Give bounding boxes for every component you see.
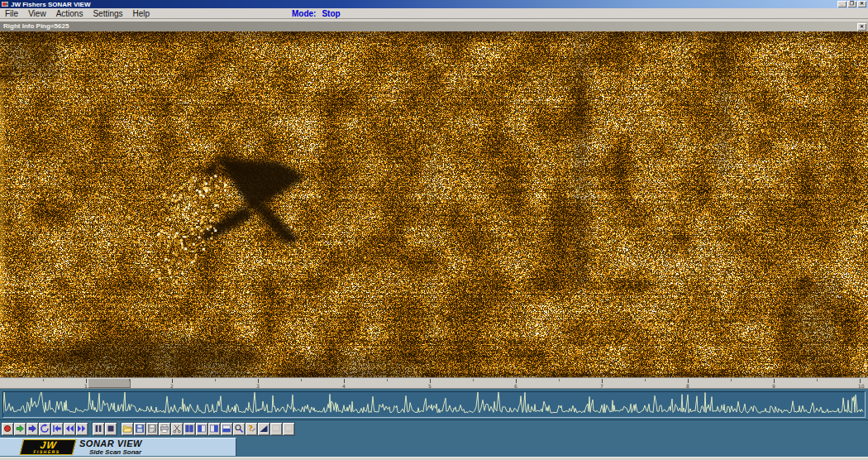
window-title: JW Fishers SONAR VIEW (11, 1, 837, 8)
jw-fishers-logo: JW FISHERS (20, 439, 77, 455)
ruler-label: 2 (170, 383, 174, 389)
maximize-button[interactable]: ❐ (847, 1, 856, 7)
mode-value: Stop (322, 9, 340, 18)
open-folder-icon (122, 424, 132, 434)
window-controls: _ ❐ ✕ (837, 1, 866, 7)
product-subtitle: Side Scan Sonar (89, 448, 142, 456)
logo-fishers-text: FISHERS (33, 450, 60, 454)
sonar-image[interactable] (0, 31, 868, 377)
play-button[interactable] (26, 423, 38, 435)
position-ruler[interactable]: 12345678910 (0, 377, 868, 389)
ruler-tick-minor (645, 379, 646, 381)
zoom-button[interactable] (233, 423, 245, 435)
extra-button-1[interactable] (270, 423, 282, 435)
sonar-window-close-button[interactable]: ✕ (857, 23, 866, 31)
step-back-button[interactable] (51, 423, 63, 435)
printer-icon (160, 424, 169, 434)
ruler-label: 5 (428, 383, 432, 389)
stop-button[interactable] (105, 423, 117, 435)
ruler-tick-minor (559, 379, 560, 381)
help-icon: ? (246, 424, 256, 434)
pause-button[interactable] (93, 423, 104, 435)
ruler-tick-minor (301, 379, 302, 381)
signal-trace (2, 391, 866, 418)
menu-item-actions[interactable]: Actions (51, 9, 88, 18)
ruler-tick-minor (731, 379, 732, 381)
ruler-thumb[interactable] (88, 378, 131, 388)
save-as-button[interactable] (146, 423, 158, 435)
scissors-icon (172, 424, 182, 434)
left-channel-button[interactable] (196, 423, 207, 435)
cut-button[interactable] (171, 423, 183, 435)
ruler-label: 3 (256, 383, 260, 389)
open-file-button[interactable] (122, 423, 133, 435)
bottom-pane-button[interactable] (221, 423, 232, 435)
signal-strip (0, 389, 868, 419)
blank-icon (284, 424, 293, 434)
loop-icon (40, 424, 50, 434)
pane-left-icon (197, 424, 207, 434)
menu-item-help[interactable]: Help (128, 9, 155, 18)
menu-item-view[interactable]: View (23, 9, 51, 18)
svg-text:?: ? (248, 424, 253, 433)
arrow-left-bar-icon (52, 424, 62, 434)
title-bar: JW Fishers SONAR VIEW _ ❐ ✕ (0, 0, 868, 8)
ruler-label: 8 (686, 383, 689, 389)
ruler-label: 6 (514, 383, 517, 389)
ruler-tick-minor (215, 379, 216, 381)
app-icon (2, 1, 8, 7)
signal-icon (259, 424, 269, 434)
pause-icon (93, 424, 103, 434)
mode-indicator: Mode: Stop (292, 8, 341, 19)
double-arrow-right-icon (77, 424, 87, 434)
extra-button-2[interactable] (283, 423, 294, 435)
window-border (0, 457, 868, 460)
magnifier-icon (234, 424, 244, 434)
ruler-label: 7 (600, 383, 603, 389)
print-button[interactable] (159, 423, 170, 435)
ruler-tick-minor (817, 379, 818, 381)
logo-panel: JW FISHERS SONAR VIEW Side Scan Sonar (0, 438, 236, 456)
logo-wordmark: SONAR VIEW Side Scan Sonar (79, 439, 142, 456)
menu-item-file[interactable]: File (0, 9, 23, 18)
mark-button[interactable] (14, 423, 26, 435)
minimize-button[interactable]: _ (837, 1, 847, 7)
pane-right-icon (209, 424, 219, 434)
record-icon (2, 424, 12, 434)
menu-item-settings[interactable]: Settings (88, 9, 127, 18)
ruler-tick-minor (473, 379, 474, 381)
mode-label: Mode: (292, 9, 316, 18)
save-button[interactable] (134, 423, 145, 435)
ruler-label: 9 (772, 383, 775, 389)
ruler-label: 4 (342, 383, 346, 389)
floppy-icon (135, 424, 145, 434)
ruler-label: 1 (84, 383, 88, 389)
fast-forward-button[interactable] (76, 423, 88, 435)
rewind-button[interactable] (64, 423, 75, 435)
stop-icon (106, 424, 116, 434)
close-button[interactable]: ✕ (857, 1, 866, 7)
replay-button[interactable] (39, 423, 50, 435)
arrow-right-icon (27, 424, 37, 434)
app-window: JW Fishers SONAR VIEW _ ❐ ✕ FileViewActi… (0, 0, 868, 460)
blank-icon (271, 424, 281, 434)
right-channel-button[interactable] (208, 423, 220, 435)
record-button[interactable] (2, 423, 13, 435)
sonar-window-caption[interactable]: Right Info Ping=5625 ✕ (0, 22, 868, 31)
menu-items: FileViewActionsSettingsHelp (0, 9, 155, 18)
signal-display-button[interactable] (258, 423, 269, 435)
toolbar: ? (0, 419, 868, 437)
floppy-gray-icon (147, 424, 157, 434)
pane-bottom-icon (222, 424, 231, 434)
ruler-tick-minor (129, 379, 130, 381)
product-name: SONAR VIEW (79, 439, 142, 448)
green-arrow-icon (15, 424, 25, 434)
logo-jw-text: JW (40, 441, 58, 450)
split-view-button[interactable] (184, 423, 195, 435)
help-button[interactable]: ? (246, 423, 257, 435)
menu-bar: FileViewActionsSettingsHelp Mode: Stop (0, 8, 868, 19)
split-vertical-icon (184, 424, 194, 434)
ruler-tick-minor (43, 379, 44, 381)
sonar-window-title: Right Info Ping=5625 (3, 22, 69, 31)
double-arrow-left-icon (64, 424, 74, 434)
